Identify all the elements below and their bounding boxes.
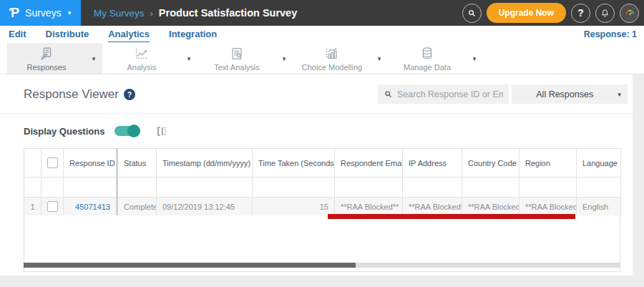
analytics-toolbar: Responses ▾ Analysis ▾: [0, 43, 644, 74]
annotation-red-underline: [328, 214, 575, 219]
breadcrumb-my-surveys[interactable]: My Surveys: [94, 8, 145, 19]
toolbar-item-text-analysis: Text Analysis ▾: [197, 43, 293, 74]
surveys-menu[interactable]: Ƥ Surveys ▾: [0, 0, 81, 26]
chevron-down-icon[interactable]: ▾: [181, 43, 197, 74]
text-analysis-icon: [229, 46, 245, 62]
display-questions-label: Display Questions: [24, 126, 104, 137]
col-header-region[interactable]: Region: [519, 149, 577, 177]
filter-row: [24, 177, 621, 198]
gauge-avatar-icon: [623, 6, 637, 20]
display-questions-toggle[interactable]: [114, 126, 139, 136]
tab-integration[interactable]: Integration: [169, 27, 217, 42]
search-icon: [467, 8, 477, 19]
viewer-header-row: Response Viewer ? All Responses ▾: [0, 74, 633, 114]
filter-cell[interactable]: [117, 177, 157, 198]
manage-data-button[interactable]: Manage Data: [388, 43, 467, 74]
col-header-respondent-email[interactable]: Respondent Email: [335, 149, 403, 177]
respondent-email-cell: **RAA Blocked**: [335, 198, 403, 216]
breadcrumb: My Surveys › Product Satisfaction Survey: [94, 7, 297, 19]
select-all-checkbox[interactable]: [47, 157, 58, 168]
responses-table: Response ID▼ Status Timestamp (dd/mm/yyy…: [24, 148, 621, 216]
choice-modelling-button[interactable]: Choice Modelling: [293, 43, 371, 74]
filter-cell[interactable]: [253, 177, 335, 198]
col-header-language[interactable]: Language: [577, 149, 621, 177]
response-id-link[interactable]: 45071413: [64, 198, 117, 216]
filter-cell[interactable]: [462, 177, 519, 198]
header-row: Response ID▼ Status Timestamp (dd/mm/yyy…: [24, 149, 621, 177]
chevron-down-icon: ▾: [68, 9, 72, 16]
filter-cell[interactable]: [519, 177, 577, 198]
response-search-box: [378, 84, 509, 104]
text-analysis-button[interactable]: Text Analysis: [197, 43, 276, 74]
filter-cell: [24, 177, 42, 198]
search-input[interactable]: [397, 89, 503, 99]
col-header-status[interactable]: Status: [117, 149, 157, 177]
tab-distribute[interactable]: Distribute: [46, 27, 89, 42]
language-cell: English: [577, 198, 621, 216]
horizontal-scrollbar[interactable]: [24, 263, 620, 268]
help-button[interactable]: ?: [571, 4, 590, 23]
upgrade-now-button[interactable]: Upgrade Now: [487, 3, 566, 23]
search-button[interactable]: [462, 4, 482, 23]
row-checkbox[interactable]: [47, 201, 58, 212]
response-viewer-page: { "glyphs": { "caret_down": "▾", "breadc…: [0, 0, 644, 287]
responses-filter-dropdown[interactable]: All Responses ▾: [512, 84, 628, 104]
freeze-columns-icon: [156, 125, 168, 137]
responses-filter-value: All Responses: [512, 89, 618, 99]
help-icon: ?: [577, 7, 584, 19]
notifications-button[interactable]: [595, 4, 615, 23]
col-header-time-taken[interactable]: Time Taken (Seconds)⇅: [253, 149, 335, 177]
help-icon[interactable]: ?: [124, 89, 135, 100]
filter-cell[interactable]: [577, 177, 621, 198]
tab-analytics[interactable]: Analytics: [108, 27, 150, 42]
toggle-knob: [127, 125, 140, 137]
responses-button[interactable]: Responses: [7, 43, 86, 74]
surveys-menu-label: Surveys: [25, 7, 62, 19]
responses-icon: [39, 46, 54, 62]
timestamp-cell: 09/12/2019 13:12:45: [157, 198, 253, 216]
ip-address-cell: **RAA Blocked**: [403, 198, 462, 216]
horizontal-scrollbar-thumb[interactable]: [24, 263, 356, 268]
chevron-down-icon[interactable]: ▾: [276, 43, 292, 74]
row-select-cell: [42, 198, 64, 216]
analysis-button[interactable]: Analysis: [102, 43, 181, 74]
toolbar-item-responses: Responses ▾: [7, 43, 102, 74]
time-taken-cell: 15: [253, 198, 335, 216]
questionpro-logo: Ƥ: [9, 6, 19, 19]
table-controls-row: Display Questions: [0, 115, 633, 147]
topbar-actions: Upgrade Now ?: [462, 3, 644, 23]
chevron-down-icon[interactable]: ▾: [467, 43, 482, 74]
bell-icon: [600, 8, 610, 19]
survey-nav-tabs: Edit Distribute Analytics Integration Re…: [0, 26, 644, 43]
analysis-icon: [134, 46, 150, 62]
row-number-header: [24, 149, 42, 177]
freeze-columns-button[interactable]: [156, 125, 168, 137]
select-all-cell: [42, 149, 64, 177]
response-count: Response: 1: [584, 29, 637, 39]
filter-cell[interactable]: [64, 177, 117, 198]
col-header-timestamp[interactable]: Timestamp (dd/mm/yyyy)⇅: [157, 149, 253, 177]
chevron-down-icon: ▾: [618, 91, 628, 98]
response-viewer-panel: Response Viewer ? All Responses ▾ Displa…: [0, 74, 633, 276]
chevron-down-icon[interactable]: ▾: [86, 43, 102, 74]
filter-cell: [42, 177, 64, 198]
toolbar-item-analysis: Analysis ▾: [102, 43, 197, 74]
manage-data-icon: [419, 46, 435, 62]
filter-cell[interactable]: [403, 177, 462, 198]
tab-edit[interactable]: Edit: [9, 27, 26, 42]
breadcrumb-separator-icon: ›: [150, 8, 153, 19]
section-title: Response Viewer: [24, 87, 119, 102]
country-code-cell: **RAA Blocked**: [462, 198, 519, 216]
page-title: Product Satisfaction Survey: [159, 7, 297, 19]
col-header-response-id[interactable]: Response ID▼: [64, 149, 117, 177]
top-bar: Ƥ Surveys ▾ My Surveys › Product Satisfa…: [0, 0, 644, 26]
table-row: 1 45071413 Completed 09/12/2019 13:12:45…: [24, 198, 621, 216]
status-cell: Completed: [117, 198, 157, 216]
chevron-down-icon[interactable]: ▾: [371, 43, 387, 74]
filter-cell[interactable]: [157, 177, 253, 198]
col-header-ip-address[interactable]: IP Address: [403, 149, 462, 177]
avatar[interactable]: [620, 4, 639, 23]
filter-cell[interactable]: [335, 177, 403, 198]
toolbar-item-manage-data: Manage Data ▾: [388, 43, 483, 74]
col-header-country-code[interactable]: Country Code: [462, 149, 519, 177]
